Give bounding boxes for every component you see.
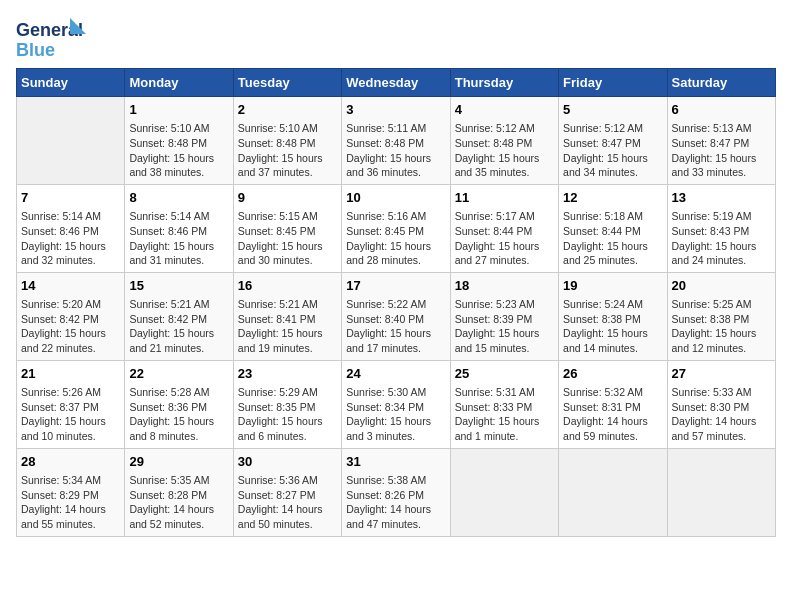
- calendar-cell: 31Sunrise: 5:38 AMSunset: 8:26 PMDayligh…: [342, 448, 450, 536]
- day-number: 14: [21, 277, 120, 295]
- day-number: 12: [563, 189, 662, 207]
- calendar-cell: [17, 97, 125, 185]
- day-info: Sunrise: 5:16 AMSunset: 8:45 PMDaylight:…: [346, 209, 445, 268]
- calendar-cell: 6Sunrise: 5:13 AMSunset: 8:47 PMDaylight…: [667, 97, 775, 185]
- calendar-cell: 4Sunrise: 5:12 AMSunset: 8:48 PMDaylight…: [450, 97, 558, 185]
- day-number: 6: [672, 101, 771, 119]
- calendar-body: 1Sunrise: 5:10 AMSunset: 8:48 PMDaylight…: [17, 97, 776, 537]
- calendar-cell: [667, 448, 775, 536]
- calendar-week-1: 1Sunrise: 5:10 AMSunset: 8:48 PMDaylight…: [17, 97, 776, 185]
- calendar-cell: 21Sunrise: 5:26 AMSunset: 8:37 PMDayligh…: [17, 360, 125, 448]
- weekday-header-row: SundayMondayTuesdayWednesdayThursdayFrid…: [17, 69, 776, 97]
- calendar-cell: [450, 448, 558, 536]
- day-info: Sunrise: 5:22 AMSunset: 8:40 PMDaylight:…: [346, 297, 445, 356]
- day-number: 23: [238, 365, 337, 383]
- day-number: 17: [346, 277, 445, 295]
- calendar-cell: 8Sunrise: 5:14 AMSunset: 8:46 PMDaylight…: [125, 184, 233, 272]
- day-info: Sunrise: 5:33 AMSunset: 8:30 PMDaylight:…: [672, 385, 771, 444]
- day-info: Sunrise: 5:24 AMSunset: 8:38 PMDaylight:…: [563, 297, 662, 356]
- calendar-cell: 22Sunrise: 5:28 AMSunset: 8:36 PMDayligh…: [125, 360, 233, 448]
- calendar-cell: 3Sunrise: 5:11 AMSunset: 8:48 PMDaylight…: [342, 97, 450, 185]
- day-info: Sunrise: 5:38 AMSunset: 8:26 PMDaylight:…: [346, 473, 445, 532]
- weekday-header-thursday: Thursday: [450, 69, 558, 97]
- day-info: Sunrise: 5:12 AMSunset: 8:48 PMDaylight:…: [455, 121, 554, 180]
- calendar-cell: [559, 448, 667, 536]
- calendar-cell: 7Sunrise: 5:14 AMSunset: 8:46 PMDaylight…: [17, 184, 125, 272]
- day-info: Sunrise: 5:36 AMSunset: 8:27 PMDaylight:…: [238, 473, 337, 532]
- calendar-cell: 17Sunrise: 5:22 AMSunset: 8:40 PMDayligh…: [342, 272, 450, 360]
- day-info: Sunrise: 5:10 AMSunset: 8:48 PMDaylight:…: [238, 121, 337, 180]
- day-number: 22: [129, 365, 228, 383]
- day-info: Sunrise: 5:11 AMSunset: 8:48 PMDaylight:…: [346, 121, 445, 180]
- calendar-cell: 25Sunrise: 5:31 AMSunset: 8:33 PMDayligh…: [450, 360, 558, 448]
- calendar-header: SundayMondayTuesdayWednesdayThursdayFrid…: [17, 69, 776, 97]
- weekday-header-wednesday: Wednesday: [342, 69, 450, 97]
- calendar-cell: 5Sunrise: 5:12 AMSunset: 8:47 PMDaylight…: [559, 97, 667, 185]
- weekday-header-sunday: Sunday: [17, 69, 125, 97]
- day-info: Sunrise: 5:23 AMSunset: 8:39 PMDaylight:…: [455, 297, 554, 356]
- logo-icon: GeneralBlue: [16, 16, 86, 60]
- day-info: Sunrise: 5:10 AMSunset: 8:48 PMDaylight:…: [129, 121, 228, 180]
- calendar-cell: 26Sunrise: 5:32 AMSunset: 8:31 PMDayligh…: [559, 360, 667, 448]
- calendar-cell: 20Sunrise: 5:25 AMSunset: 8:38 PMDayligh…: [667, 272, 775, 360]
- day-number: 13: [672, 189, 771, 207]
- day-number: 25: [455, 365, 554, 383]
- day-number: 31: [346, 453, 445, 471]
- svg-text:Blue: Blue: [16, 40, 55, 60]
- day-number: 21: [21, 365, 120, 383]
- calendar-cell: 16Sunrise: 5:21 AMSunset: 8:41 PMDayligh…: [233, 272, 341, 360]
- weekday-header-monday: Monday: [125, 69, 233, 97]
- day-info: Sunrise: 5:30 AMSunset: 8:34 PMDaylight:…: [346, 385, 445, 444]
- day-number: 7: [21, 189, 120, 207]
- calendar-cell: 2Sunrise: 5:10 AMSunset: 8:48 PMDaylight…: [233, 97, 341, 185]
- day-number: 16: [238, 277, 337, 295]
- day-info: Sunrise: 5:28 AMSunset: 8:36 PMDaylight:…: [129, 385, 228, 444]
- calendar-cell: 29Sunrise: 5:35 AMSunset: 8:28 PMDayligh…: [125, 448, 233, 536]
- day-number: 24: [346, 365, 445, 383]
- day-info: Sunrise: 5:20 AMSunset: 8:42 PMDaylight:…: [21, 297, 120, 356]
- day-info: Sunrise: 5:26 AMSunset: 8:37 PMDaylight:…: [21, 385, 120, 444]
- calendar-cell: 30Sunrise: 5:36 AMSunset: 8:27 PMDayligh…: [233, 448, 341, 536]
- day-number: 27: [672, 365, 771, 383]
- day-info: Sunrise: 5:34 AMSunset: 8:29 PMDaylight:…: [21, 473, 120, 532]
- day-info: Sunrise: 5:29 AMSunset: 8:35 PMDaylight:…: [238, 385, 337, 444]
- day-info: Sunrise: 5:31 AMSunset: 8:33 PMDaylight:…: [455, 385, 554, 444]
- weekday-header-saturday: Saturday: [667, 69, 775, 97]
- day-number: 26: [563, 365, 662, 383]
- calendar-cell: 12Sunrise: 5:18 AMSunset: 8:44 PMDayligh…: [559, 184, 667, 272]
- day-number: 8: [129, 189, 228, 207]
- day-info: Sunrise: 5:14 AMSunset: 8:46 PMDaylight:…: [21, 209, 120, 268]
- calendar-cell: 27Sunrise: 5:33 AMSunset: 8:30 PMDayligh…: [667, 360, 775, 448]
- day-info: Sunrise: 5:21 AMSunset: 8:41 PMDaylight:…: [238, 297, 337, 356]
- day-number: 29: [129, 453, 228, 471]
- day-number: 2: [238, 101, 337, 119]
- day-number: 9: [238, 189, 337, 207]
- day-info: Sunrise: 5:32 AMSunset: 8:31 PMDaylight:…: [563, 385, 662, 444]
- calendar-cell: 19Sunrise: 5:24 AMSunset: 8:38 PMDayligh…: [559, 272, 667, 360]
- calendar-week-3: 14Sunrise: 5:20 AMSunset: 8:42 PMDayligh…: [17, 272, 776, 360]
- day-info: Sunrise: 5:17 AMSunset: 8:44 PMDaylight:…: [455, 209, 554, 268]
- day-number: 15: [129, 277, 228, 295]
- calendar-cell: 13Sunrise: 5:19 AMSunset: 8:43 PMDayligh…: [667, 184, 775, 272]
- calendar-cell: 1Sunrise: 5:10 AMSunset: 8:48 PMDaylight…: [125, 97, 233, 185]
- day-info: Sunrise: 5:12 AMSunset: 8:47 PMDaylight:…: [563, 121, 662, 180]
- day-info: Sunrise: 5:19 AMSunset: 8:43 PMDaylight:…: [672, 209, 771, 268]
- calendar-cell: 9Sunrise: 5:15 AMSunset: 8:45 PMDaylight…: [233, 184, 341, 272]
- day-number: 5: [563, 101, 662, 119]
- day-number: 28: [21, 453, 120, 471]
- weekday-header-tuesday: Tuesday: [233, 69, 341, 97]
- calendar-cell: 24Sunrise: 5:30 AMSunset: 8:34 PMDayligh…: [342, 360, 450, 448]
- calendar-week-5: 28Sunrise: 5:34 AMSunset: 8:29 PMDayligh…: [17, 448, 776, 536]
- calendar-cell: 11Sunrise: 5:17 AMSunset: 8:44 PMDayligh…: [450, 184, 558, 272]
- calendar-cell: 28Sunrise: 5:34 AMSunset: 8:29 PMDayligh…: [17, 448, 125, 536]
- calendar-cell: 18Sunrise: 5:23 AMSunset: 8:39 PMDayligh…: [450, 272, 558, 360]
- calendar-cell: 23Sunrise: 5:29 AMSunset: 8:35 PMDayligh…: [233, 360, 341, 448]
- day-info: Sunrise: 5:25 AMSunset: 8:38 PMDaylight:…: [672, 297, 771, 356]
- logo: GeneralBlue: [16, 16, 86, 60]
- calendar-week-4: 21Sunrise: 5:26 AMSunset: 8:37 PMDayligh…: [17, 360, 776, 448]
- day-info: Sunrise: 5:21 AMSunset: 8:42 PMDaylight:…: [129, 297, 228, 356]
- day-info: Sunrise: 5:35 AMSunset: 8:28 PMDaylight:…: [129, 473, 228, 532]
- day-number: 11: [455, 189, 554, 207]
- day-number: 10: [346, 189, 445, 207]
- calendar-cell: 10Sunrise: 5:16 AMSunset: 8:45 PMDayligh…: [342, 184, 450, 272]
